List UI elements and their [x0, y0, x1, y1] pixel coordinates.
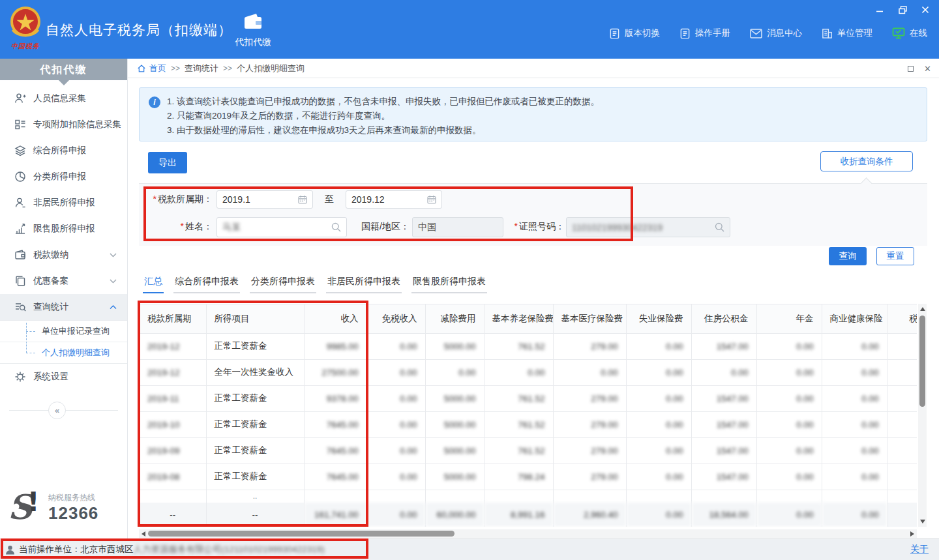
vscroll-thumb[interactable]	[919, 316, 925, 407]
breadcrumb-item[interactable]: 查询统计	[185, 63, 218, 74]
query-button[interactable]: 查询	[829, 247, 867, 265]
menu-manual[interactable]: 操作手册	[679, 27, 730, 39]
wallet-icon	[243, 13, 263, 30]
maximize-pane-icon[interactable]	[908, 66, 914, 72]
close-pane-icon[interactable]: ✕	[924, 64, 931, 74]
breadcrumb-item-current: 个人扣缴明细查询	[237, 63, 305, 74]
table-cell: 761.52	[484, 333, 553, 359]
table-cell: 0.00	[822, 385, 887, 411]
table-cell: 5000.00	[425, 464, 484, 490]
column-header: 年金	[756, 304, 822, 333]
tab-withholding[interactable]: 代扣代缴	[227, 13, 279, 53]
reset-button[interactable]: 重置	[876, 247, 914, 265]
period-label: *税款所属期：	[132, 194, 213, 205]
sidebar-subitem-personal-withholding-query[interactable]: 个人扣缴明细查询	[0, 342, 127, 363]
restore-icon[interactable]	[895, 4, 910, 16]
sidebar-item-personnel-info[interactable]: 人员信息采集	[0, 85, 127, 111]
form-list-icon	[14, 119, 26, 130]
document-icon	[679, 28, 691, 39]
table-cell: 0.00	[822, 464, 887, 490]
online-monitor-icon	[892, 27, 905, 39]
sidebar-item-nonresident-income[interactable]: 非居民所得申报	[0, 190, 127, 216]
sidebar-item-preferential-record[interactable]: 优惠备案	[0, 268, 127, 294]
export-button[interactable]: 导出	[148, 152, 187, 173]
tab-summary[interactable]: 汇总	[143, 276, 164, 293]
table-cell	[626, 490, 691, 503]
collapse-query-button[interactable]: 收折查询条件	[820, 151, 913, 171]
scroll-down-icon[interactable]	[920, 520, 925, 523]
sidebar-collapse-button[interactable]: «	[48, 402, 66, 419]
table-cell	[887, 385, 917, 411]
minimize-icon[interactable]	[872, 4, 887, 16]
table-cell: 7645.00	[304, 411, 366, 437]
table-cell: 正常工资薪金	[206, 437, 304, 464]
about-link[interactable]: 关于	[910, 544, 929, 555]
table-cell: 5000.00	[425, 437, 484, 464]
table-cell: 0.00	[425, 359, 484, 385]
table-cell: 0.00	[366, 411, 425, 437]
table-cell	[887, 411, 917, 437]
scroll-right-icon[interactable]	[910, 531, 914, 537]
column-header: 收入	[304, 304, 366, 333]
table-cell: 279.00	[553, 464, 626, 490]
sidebar-item-classified-income[interactable]: 分类所得申报	[0, 164, 127, 190]
column-header: 基本医疗保险费	[553, 304, 626, 333]
table-cell	[691, 490, 756, 503]
table-cell: 正常工资薪金	[206, 411, 304, 437]
sidebar-item-query-statistics[interactable]: 查询统计	[0, 294, 127, 320]
pie-chart-icon	[14, 171, 26, 183]
nationality-label: 国籍/地区：	[352, 221, 410, 233]
calendar-icon[interactable]	[298, 195, 307, 204]
tab-restricted-shares[interactable]: 限售股所得申报表	[411, 276, 487, 293]
name-input[interactable]: 马某	[216, 217, 347, 237]
bar-chart-icon	[14, 223, 26, 235]
tab-nonresident[interactable]: 非居民所得申报表	[326, 276, 402, 293]
app-header: 中国税务 自然人电子税务局（扣缴端） 代扣代缴 版本切换 操作手册 消息中心 单…	[0, 0, 939, 59]
gear-icon	[14, 371, 26, 383]
column-header: 减除费用	[425, 304, 484, 333]
table-cell: 761.52	[484, 437, 553, 464]
copy-icon	[14, 275, 26, 287]
menu-message-center[interactable]: 消息中心	[750, 27, 802, 39]
sidebar-item-restricted-shares[interactable]: 限售股所得申报	[0, 216, 127, 242]
sidebar-subitem-unit-declaration-query[interactable]: 单位申报记录查询	[0, 320, 127, 342]
scroll-left-icon[interactable]	[142, 531, 145, 537]
search-list-icon	[14, 301, 26, 313]
vertical-scrollbar[interactable]	[918, 304, 927, 527]
search-icon[interactable]	[331, 222, 341, 232]
scroll-up-icon[interactable]	[920, 307, 925, 311]
notice-line: 3. 由于数据处理的滞后性，建议您在申报成功3天之后再来查询最新的申报数据。	[167, 123, 917, 138]
search-icon[interactable]	[715, 222, 724, 232]
tab-comprehensive[interactable]: 综合所得申报表	[173, 276, 240, 293]
table-cell: 1547.00	[691, 464, 756, 490]
breadcrumb-home[interactable]: 首页	[137, 63, 166, 74]
online-status: 在线	[892, 27, 927, 39]
table-cell: 60,000.00	[425, 503, 484, 527]
period-to-input[interactable]: 2019.12	[346, 190, 442, 209]
tab-classified[interactable]: 分类所得申报表	[250, 276, 316, 293]
hscroll-thumb[interactable]	[148, 531, 455, 537]
table-cell: 0.00	[366, 385, 425, 411]
menu-version-switch[interactable]: 版本切换	[609, 27, 660, 39]
horizontal-scrollbar[interactable]	[139, 529, 917, 538]
table-cell: 5000.00	[425, 333, 484, 359]
menu-unit-management[interactable]: 单位管理	[822, 27, 872, 39]
sidebar-item-tax-payment[interactable]: 税款缴纳	[0, 242, 127, 268]
query-statistics-submenu: 单位申报记录查询 个人扣缴明细查询	[0, 320, 127, 364]
partial-row: ..	[140, 490, 917, 503]
id-number-input[interactable]: 110102199930422319	[566, 217, 730, 237]
table-cell: 0.00	[366, 464, 425, 490]
person-add-icon	[14, 93, 26, 104]
table-cell: 0.00	[756, 385, 822, 411]
sidebar-item-comprehensive-income[interactable]: 综合所得申报	[0, 138, 127, 164]
table-cell	[553, 490, 626, 503]
table-cell: 0.00	[626, 359, 691, 385]
table-cell	[887, 437, 917, 464]
close-icon[interactable]	[918, 4, 932, 16]
sidebar-item-special-deduction[interactable]: 专项附加扣除信息采集	[0, 111, 127, 138]
tab-withholding-label: 代扣代缴	[227, 37, 279, 48]
sidebar-item-system-settings[interactable]: 系统设置	[0, 364, 127, 390]
period-from-input[interactable]: 2019.1	[216, 190, 313, 209]
calendar-icon[interactable]	[427, 195, 436, 204]
table-cell: 0.00	[756, 333, 822, 359]
